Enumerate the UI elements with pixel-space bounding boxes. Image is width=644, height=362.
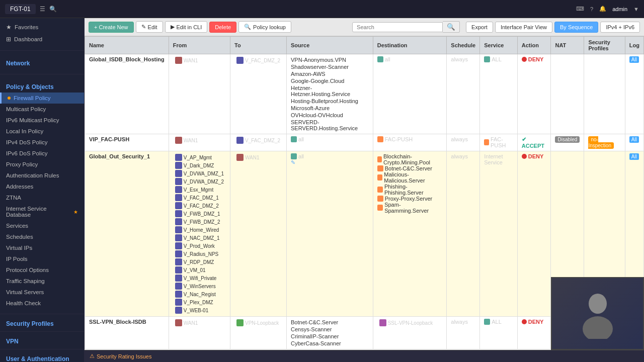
edit-cli-button[interactable]: ▶ Edit in CLI xyxy=(165,21,208,33)
sidebar: ★ Favorites ⊞ Dashboard Network Policy &… xyxy=(0,18,85,362)
cell-source: all ✎ xyxy=(287,151,373,317)
edit-button[interactable]: ✎ Edit xyxy=(136,21,163,33)
action-deny: DENY xyxy=(522,56,547,62)
create-new-button[interactable]: + Create New xyxy=(89,22,134,33)
search-box: 🔍 xyxy=(352,21,460,33)
cell-service: ALL xyxy=(480,317,518,349)
col-service: Service xyxy=(480,37,518,54)
cell-nat: Disabled xyxy=(551,134,584,151)
dest-icon xyxy=(377,165,383,171)
iface-icon xyxy=(175,218,182,225)
cell-name: Global_ISDB_Block_Hosting xyxy=(85,54,169,134)
policy-name: VIP_FAC-PUSH xyxy=(89,136,129,142)
cell-security: no-Inspection xyxy=(584,134,625,151)
iface-icon xyxy=(175,250,182,257)
sidebar-item-ipv4-dos[interactable]: IPv4 DoS Policy xyxy=(0,137,84,148)
iface-icon xyxy=(175,275,182,282)
source-list: Botnet-C&C.Server Censys-Scanner Crimina… xyxy=(291,319,369,347)
table-row: VIP_FAC-PUSH WAN1 V_FAC_DMZ_2 xyxy=(85,134,644,151)
cli-icon: ▶ xyxy=(171,24,175,30)
table-header-row: Name From To Source Destination Schedule… xyxy=(85,37,644,54)
dest-vpn: SSL-VPN-Loopback xyxy=(377,319,443,327)
col-name: Name xyxy=(85,37,169,54)
search-button[interactable]: 🔍 xyxy=(443,21,460,33)
from-interface: WAN1 xyxy=(173,136,226,144)
dmz-icon xyxy=(236,57,244,64)
sidebar-item-favorites[interactable]: ★ Favorites xyxy=(0,21,84,33)
fw-policy-dot xyxy=(8,97,11,100)
cell-security xyxy=(584,54,625,134)
cell-action: DENY xyxy=(517,151,551,317)
sidebar-item-protocol-options[interactable]: Protocol Options xyxy=(0,264,84,276)
sidebar-item-addresses[interactable]: Addresses xyxy=(0,181,84,192)
sidebar-item-virtual-servers[interactable]: Virtual Servers xyxy=(0,287,84,298)
deny-icon xyxy=(522,57,527,62)
search-input[interactable] xyxy=(352,22,443,32)
ipv4-ipv6-button[interactable]: IPv4 + IPv6 xyxy=(600,22,640,33)
sidebar-item-firewall-policy[interactable]: Firewall Policy xyxy=(0,93,84,104)
source-edit-icon[interactable]: ✎ xyxy=(291,159,295,165)
edit-icon: ✎ xyxy=(141,24,146,30)
cell-from: WAN1 xyxy=(169,134,230,151)
bottombar: ⚠ Security Rating Issues xyxy=(85,350,644,362)
all-icon xyxy=(291,153,297,159)
sidebar-item-health-check[interactable]: Health Check xyxy=(0,298,84,309)
iface-icon xyxy=(175,162,182,169)
user-icon[interactable]: ▼ xyxy=(633,6,639,12)
sidebar-item-proxy-policy[interactable]: Proxy Policy xyxy=(0,159,84,170)
cell-schedule: always xyxy=(447,151,480,317)
sidebar-item-traffic-shaping[interactable]: Traffic Shaping xyxy=(0,276,84,287)
sidebar-item-isdb[interactable]: Internet Service Database ★ xyxy=(0,203,84,220)
sidebar-item-ipv6-dos[interactable]: IPv6 DoS Policy xyxy=(0,148,84,159)
terminal-icon[interactable]: ⌨ xyxy=(576,6,584,12)
dest-list: Blockchain-Crypto.Mining.Pool Botnet-C&C… xyxy=(377,153,443,214)
cell-action: DENY xyxy=(517,317,551,349)
topbar-search-icon[interactable]: 🔍 xyxy=(49,6,57,13)
cell-service: ALL xyxy=(480,54,518,134)
policy-name: Global_ISDB_Block_Hosting xyxy=(89,56,165,62)
security-issues[interactable]: ⚠ Security Rating Issues xyxy=(90,353,151,359)
sidebar-item-ip-pools[interactable]: IP Pools xyxy=(0,253,84,264)
fac-push-icon xyxy=(484,139,489,145)
all-icon xyxy=(291,136,297,142)
help-icon[interactable]: ? xyxy=(590,6,593,12)
wan-icon xyxy=(236,154,244,161)
sidebar-item-services[interactable]: Services xyxy=(0,220,84,231)
policy-lookup-button[interactable]: 🔍 Policy lookup xyxy=(238,21,291,33)
cell-dest: Blockchain-Crypto.Mining.Pool Botnet-C&C… xyxy=(373,151,447,317)
export-button[interactable]: Export xyxy=(466,22,493,33)
sidebar-item-local-in[interactable]: Local In Policy xyxy=(0,126,84,137)
sidebar-item-dashboard[interactable]: ⊞ Dashboard xyxy=(0,33,84,45)
cell-to: WAN1 xyxy=(230,151,286,317)
cell-service: FAC-PUSH xyxy=(480,134,518,151)
cell-log: All xyxy=(625,54,643,134)
sidebar-section-network: Network xyxy=(0,56,84,69)
device-name[interactable]: FGT-01 xyxy=(5,4,36,14)
log-badge: All xyxy=(629,153,639,160)
policy-name: Global_Out_Security_1 xyxy=(89,153,150,159)
dest-icon xyxy=(377,196,383,202)
iface-icon xyxy=(175,226,182,233)
sidebar-item-ztna[interactable]: ZTNA xyxy=(0,192,84,203)
dashboard-icon: ⊞ xyxy=(6,36,11,43)
topbar-menu-icon[interactable]: ☰ xyxy=(40,6,45,13)
warning-icon: ⚠ xyxy=(90,353,95,359)
vip-icon xyxy=(377,136,383,142)
sidebar-item-schedules[interactable]: Schedules xyxy=(0,231,84,242)
sidebar-section-user-auth: User & Authentication xyxy=(0,351,84,362)
interface-pair-view-button[interactable]: Interface Pair View xyxy=(495,22,552,33)
by-sequence-button[interactable]: By Sequence xyxy=(554,22,598,33)
sidebar-item-ipv6-multicast[interactable]: IPv6 Multicast Policy xyxy=(0,115,84,126)
sidebar-item-virtual-ips[interactable]: Virtual IPs xyxy=(0,242,84,253)
cell-name: VIP_FAC-PUSH xyxy=(85,134,169,151)
log-badge: All xyxy=(629,56,639,63)
sidebar-item-multicast[interactable]: Multicast Policy xyxy=(0,104,84,115)
sidebar-item-auth-rules[interactable]: Authentication Rules xyxy=(0,170,84,181)
cell-from: WAN1 xyxy=(169,54,230,134)
service-icon xyxy=(484,56,490,62)
col-schedule: Schedule xyxy=(447,37,480,54)
cell-from: V_AP_Mgmt V_Dark_DMZ V_DVWA_DMZ_1 V_DVWA… xyxy=(169,151,230,317)
delete-button[interactable]: Delete xyxy=(209,22,236,33)
bell-icon[interactable]: 🔔 xyxy=(599,6,606,12)
topbar-right: ⌨ ? 🔔 admin ▼ xyxy=(576,6,639,12)
